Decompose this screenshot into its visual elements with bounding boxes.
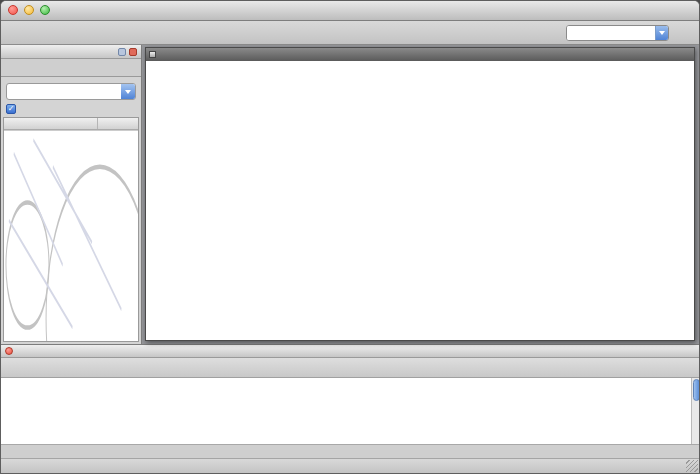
select-nodes-checkbox[interactable] [6, 104, 16, 114]
mosaic-tree [3, 117, 139, 342]
chevron-down-icon[interactable] [121, 83, 135, 100]
view-icon[interactable] [149, 51, 156, 58]
network-canvas[interactable] [146, 61, 694, 340]
close-window-button[interactable] [8, 5, 18, 15]
close-panel-icon[interactable] [129, 48, 137, 56]
search-combo [566, 25, 669, 41]
zoom-window-button[interactable] [40, 5, 50, 15]
search-area [562, 23, 693, 43]
search-dropdown-icon[interactable] [655, 25, 668, 41]
main-area [1, 45, 699, 344]
attribute-table-wrap [1, 378, 699, 444]
control-panel-tabs [1, 59, 141, 77]
tree-column-headers [4, 118, 138, 130]
node-color-selection-label [1, 77, 141, 82]
scrollbar-thumb[interactable] [693, 379, 699, 401]
attribute-table [1, 378, 691, 444]
control-panel-header [1, 45, 141, 59]
float-panel-icon[interactable] [118, 48, 126, 56]
panel-buttons [118, 48, 137, 56]
network-column-header[interactable] [4, 118, 98, 129]
overview-sketch [4, 131, 138, 341]
network-desktop [142, 45, 699, 344]
app-window [0, 0, 700, 474]
search-options-icon[interactable] [673, 23, 693, 43]
window-titlebar[interactable] [1, 1, 699, 21]
network-view-window [145, 47, 695, 341]
main-toolbar [1, 21, 699, 45]
network-view-titlebar[interactable] [146, 48, 694, 61]
nodes-column-header[interactable] [98, 118, 138, 129]
control-panel [1, 45, 142, 344]
resize-grip[interactable] [686, 460, 698, 472]
data-panel-header [1, 345, 699, 358]
status-bar [1, 458, 699, 473]
minimize-window-button[interactable] [24, 5, 34, 15]
attribute-browser-toolbar [1, 358, 699, 378]
window-controls [8, 5, 50, 15]
mosaic-overview-thumbnail [4, 130, 138, 341]
search-input[interactable] [567, 26, 655, 40]
table-scrollbar[interactable] [691, 378, 699, 444]
close-panel-icon[interactable] [5, 347, 13, 355]
node-color-dropdown[interactable] [6, 83, 136, 100]
data-panel [1, 344, 699, 444]
attribute-browser-tabs [1, 444, 699, 458]
select-nodes-row [1, 103, 141, 117]
